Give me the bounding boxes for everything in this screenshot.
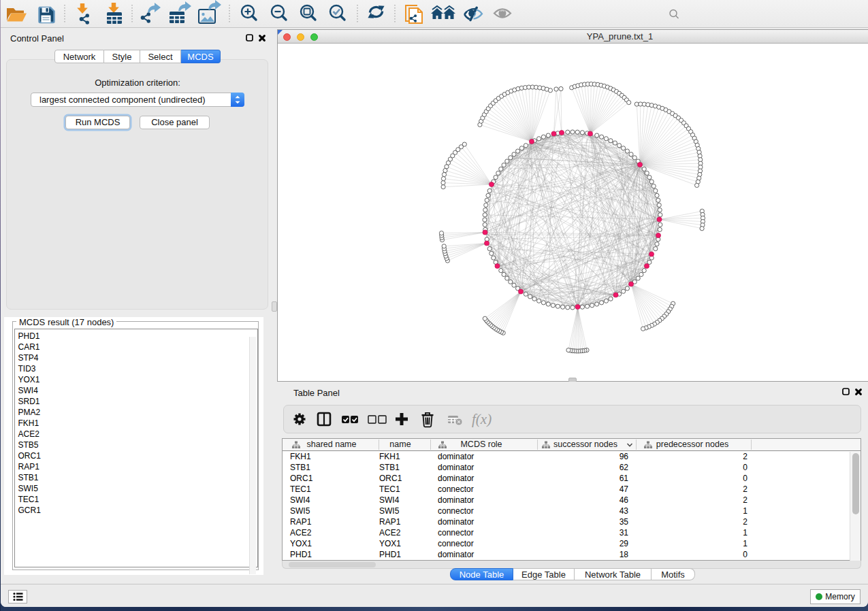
svg-text:f(x): f(x) <box>472 411 492 427</box>
